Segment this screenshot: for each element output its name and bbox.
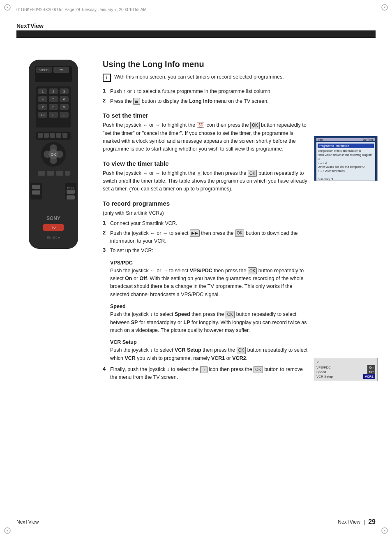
- vcr-vps-label: VPS/PDC: [316, 366, 331, 369]
- step-1-num: 1: [103, 88, 110, 95]
- svg-text:RM-905 ■: RM-905 ■: [47, 236, 60, 239]
- svg-text:VIDEO: VIDEO: [39, 69, 48, 72]
- subsection-vcrsetup-text: Push the joystick ↓ to select VCR Setup …: [110, 346, 310, 362]
- subsection-vpspdc-title: VPS/PDC: [110, 260, 310, 266]
- svg-text:2: 2: [53, 90, 55, 93]
- record-step-3: 3 To set up the VCR:: [103, 247, 310, 255]
- subsection-vpspdc-text: Push the joystick ← or → to select VPS/P…: [110, 267, 310, 299]
- svg-rect-41: [44, 133, 49, 138]
- intro-text: With this menu screen, you can set timer…: [114, 73, 284, 81]
- corner-mark-bl: [3, 526, 12, 535]
- section-record-title: To record programmes: [103, 200, 310, 207]
- record-step-4-num: 4: [103, 366, 110, 382]
- svg-rect-42: [50, 133, 55, 138]
- svg-text:OK: OK: [51, 153, 56, 157]
- svg-point-7: [384, 530, 385, 531]
- svg-rect-61: [32, 185, 40, 189]
- step-1-text: Push ↑ or ↓ to select a future programme…: [110, 88, 272, 95]
- screen-body: Programme Information The position of th…: [316, 142, 375, 181]
- record-step-1-num: 1: [103, 220, 110, 227]
- step-2-num: 2: [103, 97, 110, 105]
- svg-rect-40: [38, 133, 43, 138]
- article-content: Using the Long Info menu i With this men…: [103, 60, 310, 383]
- subsection-speed-title: Speed: [110, 304, 310, 309]
- svg-text:10: 10: [41, 113, 45, 117]
- footer-left-label: NexTView: [16, 519, 39, 525]
- page-header-bar: [16, 30, 376, 38]
- vcr-setup-label: VCR Setup: [316, 375, 333, 378]
- step-1: 1 Push ↑ or ↓ to select a future program…: [103, 88, 310, 95]
- svg-text:1: 1: [42, 90, 44, 93]
- svg-text:0: 0: [53, 113, 55, 117]
- record-step-1-text: Connect your Smartlink VCR.: [110, 220, 177, 227]
- page-header: NexTView: [16, 23, 376, 38]
- vcr-speed-value: SP: [367, 370, 375, 374]
- longinfo-screen: Info JanTime Programme Information The p…: [314, 136, 378, 181]
- svg-text:SONY: SONY: [46, 216, 60, 221]
- step-2: 2 Press the ☰ button to display the Long…: [103, 97, 310, 105]
- record-step-2-text: Push the joystick ← or → to select ▶▶ th…: [110, 230, 310, 246]
- page-number: 29: [368, 518, 376, 526]
- section-record-subtitle: (only with Smartlink VCRs): [103, 209, 310, 217]
- corner-mark-tl: [3, 3, 12, 12]
- vcr-setup-value: VCR1: [363, 374, 375, 379]
- page-footer: NexTView NexTView | 29: [16, 518, 376, 526]
- vcr-row-vps: VPS/PDC On: [316, 365, 375, 370]
- svg-text:7: 7: [42, 105, 44, 109]
- svg-text:9: 9: [63, 105, 65, 109]
- svg-rect-58: [67, 190, 75, 194]
- svg-rect-52: [38, 171, 45, 176]
- file-info: 01GBKF50/42SX200U.fm Page 29 Tuesday, Ja…: [16, 7, 147, 12]
- record-step-3-num: 3: [103, 247, 110, 255]
- screen-header: Info JanTime: [316, 138, 375, 141]
- section-view-timer-text: Push the joystick ← or → to highlight th…: [103, 169, 310, 193]
- screen-image-area: Info JanTime Programme Information The p…: [314, 136, 378, 185]
- svg-text:TV: TV: [51, 226, 56, 230]
- svg-rect-44: [62, 133, 67, 138]
- svg-text:5: 5: [53, 97, 55, 101]
- svg-text:8: 8: [53, 105, 55, 109]
- vcr-speed-label: Speed: [316, 370, 326, 374]
- svg-rect-55: [65, 171, 70, 176]
- record-step-1: 1 Connect your Smartlink VCR.: [103, 220, 310, 227]
- svg-rect-59: [67, 195, 75, 199]
- footer-right-label: NexTView: [338, 519, 360, 525]
- main-title: Using the Long Info menu: [103, 60, 310, 69]
- svg-point-1: [7, 7, 8, 8]
- svg-rect-62: [32, 190, 40, 195]
- svg-point-5: [7, 530, 8, 531]
- svg-text:6: 6: [63, 97, 65, 101]
- subsection-vcrsetup-title: VCR Setup: [110, 339, 310, 345]
- vcr-settings-image-area: ✓ VPS/PDC On Speed SP VCR Setup VCR1: [314, 358, 378, 381]
- svg-text:3: 3: [63, 90, 65, 93]
- record-step-3-text: To set up the VCR:: [110, 247, 153, 255]
- intro-row: i With this menu screen, you can set tim…: [103, 73, 310, 83]
- vcr-settings-panel: ✓ VPS/PDC On Speed SP VCR Setup VCR1: [314, 358, 378, 381]
- svg-rect-53: [47, 171, 54, 176]
- subsection-speed-text: Push the joystick ↓ to select Speed then…: [110, 311, 310, 334]
- corner-mark-tr: [380, 3, 389, 12]
- svg-text:TV: TV: [60, 69, 63, 72]
- remote-control-image: VIDEO TV 1 2 3 4 5 6 7 8 9 10 0 ↔: [16, 60, 97, 258]
- vcr-vps-value: On: [367, 365, 375, 370]
- vcr-row-setup: VCR Setup VCR1: [316, 374, 375, 379]
- page-header-title: NexTView: [16, 23, 376, 29]
- record-step-4-text: Finally, push the joystick ↓ to select t…: [110, 366, 310, 382]
- corner-mark-br: [380, 526, 389, 535]
- svg-rect-43: [56, 133, 61, 138]
- record-step-2: 2 Push the joystick ← or → to select ▶▶ …: [103, 230, 310, 246]
- svg-text:4: 4: [42, 97, 44, 101]
- info-icon: i: [103, 74, 111, 82]
- step-2-text: Press the ☰ button to display the Long I…: [110, 97, 269, 105]
- vcr-tick: ✓: [316, 360, 375, 364]
- svg-text:PROG: PROG: [67, 187, 74, 189]
- vcr-row-speed: Speed SP: [316, 370, 375, 374]
- svg-rect-54: [56, 171, 63, 176]
- svg-text:↔: ↔: [63, 114, 66, 116]
- section-view-timer-title: To view the timer table: [103, 160, 310, 167]
- svg-point-3: [384, 7, 385, 8]
- record-step-2-num: 2: [103, 230, 110, 246]
- footer-right: NexTView | 29: [338, 518, 376, 526]
- section-timer-text: Push the joystick ← or → to highlight th…: [103, 121, 310, 153]
- section-timer-title: To set the timer: [103, 112, 310, 119]
